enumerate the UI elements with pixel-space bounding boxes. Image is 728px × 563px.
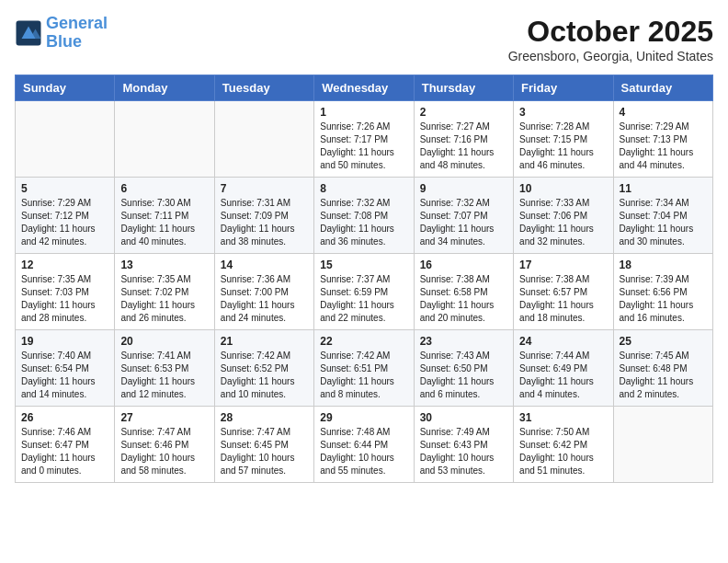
calendar-cell: 15Sunrise: 7:37 AM Sunset: 6:59 PM Dayli… xyxy=(314,254,414,330)
calendar-cell: 16Sunrise: 7:38 AM Sunset: 6:58 PM Dayli… xyxy=(414,254,513,330)
day-info: Sunrise: 7:27 AM Sunset: 7:16 PM Dayligh… xyxy=(420,121,507,172)
day-info: Sunrise: 7:28 AM Sunset: 7:15 PM Dayligh… xyxy=(519,121,607,172)
calendar-cell: 24Sunrise: 7:44 AM Sunset: 6:49 PM Dayli… xyxy=(514,330,613,407)
calendar-cell: 23Sunrise: 7:43 AM Sunset: 6:50 PM Dayli… xyxy=(414,330,513,407)
calendar-cell: 6Sunrise: 7:30 AM Sunset: 7:11 PM Daylig… xyxy=(115,178,214,254)
calendar-cell xyxy=(16,101,115,178)
day-info: Sunrise: 7:36 AM Sunset: 7:00 PM Dayligh… xyxy=(221,273,308,325)
calendar-cell: 29Sunrise: 7:48 AM Sunset: 6:44 PM Dayli… xyxy=(314,407,414,483)
calendar-week-row: 19Sunrise: 7:40 AM Sunset: 6:54 PM Dayli… xyxy=(16,330,713,407)
day-number: 30 xyxy=(420,411,507,424)
day-info: Sunrise: 7:38 AM Sunset: 6:57 PM Dayligh… xyxy=(519,273,607,325)
calendar-week-row: 12Sunrise: 7:35 AM Sunset: 7:03 PM Dayli… xyxy=(16,254,713,330)
calendar-cell: 13Sunrise: 7:35 AM Sunset: 7:02 PM Dayli… xyxy=(115,254,214,330)
day-number: 11 xyxy=(620,182,707,195)
day-info: Sunrise: 7:45 AM Sunset: 6:48 PM Dayligh… xyxy=(620,350,707,401)
day-info: Sunrise: 7:42 AM Sunset: 6:51 PM Dayligh… xyxy=(320,350,407,401)
day-of-week-header: Thursday xyxy=(414,75,513,101)
logo-line2: Blue xyxy=(46,32,82,51)
day-info: Sunrise: 7:43 AM Sunset: 6:50 PM Dayligh… xyxy=(420,350,507,401)
calendar-cell: 25Sunrise: 7:45 AM Sunset: 6:48 PM Dayli… xyxy=(613,330,712,407)
day-info: Sunrise: 7:46 AM Sunset: 6:47 PM Dayligh… xyxy=(21,426,108,477)
day-number: 10 xyxy=(519,182,607,195)
page-header: General Blue October 2025 Greensboro, Ge… xyxy=(15,15,713,63)
title-block: October 2025 Greensboro, Georgia, United… xyxy=(508,15,713,63)
calendar-week-row: 26Sunrise: 7:46 AM Sunset: 6:47 PM Dayli… xyxy=(16,407,713,483)
calendar-cell: 8Sunrise: 7:32 AM Sunset: 7:08 PM Daylig… xyxy=(314,178,414,254)
day-number: 15 xyxy=(320,259,407,271)
day-number: 27 xyxy=(120,411,208,424)
day-number: 16 xyxy=(420,259,507,271)
day-number: 13 xyxy=(120,259,208,271)
calendar-cell xyxy=(115,101,214,178)
day-number: 22 xyxy=(320,335,407,348)
calendar-cell: 12Sunrise: 7:35 AM Sunset: 7:03 PM Dayli… xyxy=(16,254,115,330)
calendar-cell: 9Sunrise: 7:32 AM Sunset: 7:07 PM Daylig… xyxy=(414,178,513,254)
logo-line1: General xyxy=(46,14,108,32)
month-title: October 2025 xyxy=(508,15,713,49)
day-number: 28 xyxy=(221,411,308,424)
day-info: Sunrise: 7:26 AM Sunset: 7:17 PM Dayligh… xyxy=(320,121,407,172)
day-number: 14 xyxy=(221,259,308,271)
day-of-week-header: Sunday xyxy=(16,75,115,101)
day-info: Sunrise: 7:48 AM Sunset: 6:44 PM Dayligh… xyxy=(320,426,407,477)
day-of-week-header: Friday xyxy=(514,75,613,101)
calendar-cell: 20Sunrise: 7:41 AM Sunset: 6:53 PM Dayli… xyxy=(115,330,214,407)
day-info: Sunrise: 7:50 AM Sunset: 6:42 PM Dayligh… xyxy=(519,426,607,477)
calendar-cell: 5Sunrise: 7:29 AM Sunset: 7:12 PM Daylig… xyxy=(16,178,115,254)
day-info: Sunrise: 7:44 AM Sunset: 6:49 PM Dayligh… xyxy=(519,350,607,401)
logo: General Blue xyxy=(15,15,108,52)
calendar-cell xyxy=(214,101,313,178)
day-number: 3 xyxy=(519,106,607,119)
day-info: Sunrise: 7:34 AM Sunset: 7:04 PM Dayligh… xyxy=(620,197,707,248)
day-info: Sunrise: 7:41 AM Sunset: 6:53 PM Dayligh… xyxy=(120,350,208,401)
day-info: Sunrise: 7:49 AM Sunset: 6:43 PM Dayligh… xyxy=(420,426,507,477)
day-number: 29 xyxy=(320,411,407,424)
logo-text: General Blue xyxy=(46,15,108,52)
day-info: Sunrise: 7:37 AM Sunset: 6:59 PM Dayligh… xyxy=(320,273,407,325)
day-info: Sunrise: 7:30 AM Sunset: 7:11 PM Dayligh… xyxy=(120,197,208,248)
day-number: 6 xyxy=(120,182,208,195)
day-info: Sunrise: 7:42 AM Sunset: 6:52 PM Dayligh… xyxy=(221,350,308,401)
calendar-cell: 17Sunrise: 7:38 AM Sunset: 6:57 PM Dayli… xyxy=(514,254,613,330)
calendar-cell: 21Sunrise: 7:42 AM Sunset: 6:52 PM Dayli… xyxy=(214,330,313,407)
day-info: Sunrise: 7:35 AM Sunset: 7:03 PM Dayligh… xyxy=(21,273,108,325)
calendar-cell: 14Sunrise: 7:36 AM Sunset: 7:00 PM Dayli… xyxy=(214,254,313,330)
calendar-cell: 2Sunrise: 7:27 AM Sunset: 7:16 PM Daylig… xyxy=(414,101,513,178)
day-number: 19 xyxy=(21,335,108,348)
day-of-week-header: Tuesday xyxy=(214,75,313,101)
calendar-cell: 30Sunrise: 7:49 AM Sunset: 6:43 PM Dayli… xyxy=(414,407,513,483)
calendar-cell: 22Sunrise: 7:42 AM Sunset: 6:51 PM Dayli… xyxy=(314,330,414,407)
day-number: 5 xyxy=(21,182,108,195)
calendar-header-row: SundayMondayTuesdayWednesdayThursdayFrid… xyxy=(16,75,713,101)
day-info: Sunrise: 7:31 AM Sunset: 7:09 PM Dayligh… xyxy=(221,197,308,248)
day-number: 2 xyxy=(420,106,507,119)
day-info: Sunrise: 7:38 AM Sunset: 6:58 PM Dayligh… xyxy=(420,273,507,325)
calendar-cell: 28Sunrise: 7:47 AM Sunset: 6:45 PM Dayli… xyxy=(214,407,313,483)
day-number: 26 xyxy=(21,411,108,424)
day-number: 31 xyxy=(519,411,607,424)
calendar-cell: 11Sunrise: 7:34 AM Sunset: 7:04 PM Dayli… xyxy=(613,178,712,254)
calendar-cell: 4Sunrise: 7:29 AM Sunset: 7:13 PM Daylig… xyxy=(613,101,712,178)
day-number: 18 xyxy=(620,259,707,271)
calendar-cell: 27Sunrise: 7:47 AM Sunset: 6:46 PM Dayli… xyxy=(115,407,214,483)
calendar-cell: 18Sunrise: 7:39 AM Sunset: 6:56 PM Dayli… xyxy=(613,254,712,330)
day-info: Sunrise: 7:39 AM Sunset: 6:56 PM Dayligh… xyxy=(620,273,707,325)
calendar-cell: 26Sunrise: 7:46 AM Sunset: 6:47 PM Dayli… xyxy=(16,407,115,483)
day-number: 23 xyxy=(420,335,507,348)
day-info: Sunrise: 7:47 AM Sunset: 6:46 PM Dayligh… xyxy=(120,426,208,477)
day-info: Sunrise: 7:29 AM Sunset: 7:13 PM Dayligh… xyxy=(620,121,707,172)
day-info: Sunrise: 7:40 AM Sunset: 6:54 PM Dayligh… xyxy=(21,350,108,401)
calendar-cell: 1Sunrise: 7:26 AM Sunset: 7:17 PM Daylig… xyxy=(314,101,414,178)
day-info: Sunrise: 7:29 AM Sunset: 7:12 PM Dayligh… xyxy=(21,197,108,248)
day-number: 1 xyxy=(320,106,407,119)
calendar-week-row: 1Sunrise: 7:26 AM Sunset: 7:17 PM Daylig… xyxy=(16,101,713,178)
calendar-cell: 10Sunrise: 7:33 AM Sunset: 7:06 PM Dayli… xyxy=(514,178,613,254)
day-number: 8 xyxy=(320,182,407,195)
day-number: 4 xyxy=(620,106,707,119)
day-number: 24 xyxy=(519,335,607,348)
day-number: 9 xyxy=(420,182,507,195)
calendar-cell xyxy=(613,407,712,483)
logo-icon xyxy=(15,19,42,47)
day-info: Sunrise: 7:33 AM Sunset: 7:06 PM Dayligh… xyxy=(519,197,607,248)
